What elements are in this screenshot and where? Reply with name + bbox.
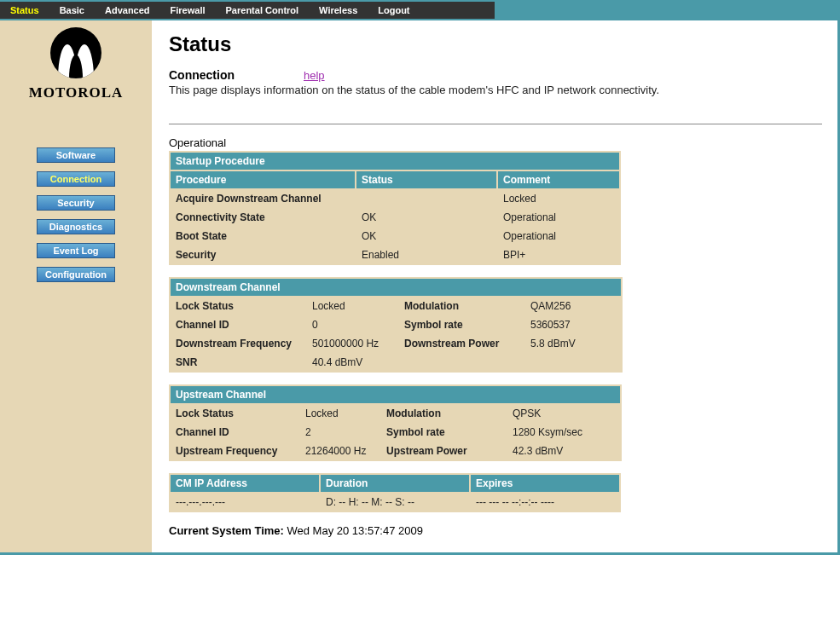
table-cell: 501000000 Hz xyxy=(307,335,397,352)
table-cell: OK xyxy=(356,228,496,245)
page-description: This page displays information on the st… xyxy=(169,84,822,96)
table-cell: Channel ID xyxy=(171,316,305,333)
table-cell: Symbol rate xyxy=(399,316,524,333)
side-nav-configuration[interactable]: Configuration xyxy=(37,267,115,282)
side-nav-software[interactable]: Software xyxy=(37,147,115,163)
table-cell: Lock Status xyxy=(171,298,305,315)
content: Status Connection help This page display… xyxy=(152,20,837,552)
table-row: SecurityEnabledBPI+ xyxy=(171,246,619,263)
column-header: Duration xyxy=(321,475,469,492)
table-cell: Locked xyxy=(307,298,397,315)
table-cell: 5360537 xyxy=(525,316,621,333)
table-row: Acquire Downstream ChannelLocked xyxy=(171,190,619,207)
table-cell: Operational xyxy=(498,209,619,226)
table-title: Upstream Channel xyxy=(171,386,620,403)
column-header: Procedure xyxy=(171,171,355,188)
table-title: Downstream Channel xyxy=(171,279,621,296)
table-cell xyxy=(525,354,621,371)
brand-name: MOTOROLA xyxy=(0,84,152,101)
table-cell: Enabled xyxy=(356,246,496,263)
table-cell: 0 xyxy=(307,316,397,333)
table-cell: 2 xyxy=(300,424,379,441)
table-row: Downstream Frequency501000000 HzDownstre… xyxy=(171,335,621,352)
top-nav: StatusBasicAdvancedFirewallParental Cont… xyxy=(0,2,495,19)
system-time-value: Wed May 20 13:57:47 2009 xyxy=(287,524,423,537)
table-cell: SNR xyxy=(171,354,305,371)
table-cell: Locked xyxy=(300,405,379,422)
table-cell: Symbol rate xyxy=(381,424,506,441)
table-cell: 42.3 dBmV xyxy=(507,442,620,459)
table-cell: Channel ID xyxy=(171,424,298,441)
table-cell: Locked xyxy=(498,190,619,207)
motorola-logo-icon xyxy=(50,27,101,78)
table-row: Connectivity StateOKOperational xyxy=(171,209,619,226)
system-time-label: Current System Time: xyxy=(169,524,284,537)
side-nav-diagnostics[interactable]: Diagnostics xyxy=(37,219,115,234)
section-name: Connection xyxy=(169,68,304,82)
top-nav-basic[interactable]: Basic xyxy=(49,3,95,17)
table-cell: 5.8 dBmV xyxy=(525,335,621,352)
top-nav-parental-control[interactable]: Parental Control xyxy=(216,3,310,17)
side-nav-event-log[interactable]: Event Log xyxy=(37,243,115,258)
table-cmip: CM IP AddressDurationExpires---.---.---.… xyxy=(169,473,621,512)
table-cell: Upstream Power xyxy=(381,442,506,459)
table-cell: QPSK xyxy=(507,405,620,422)
table-cell: Modulation xyxy=(381,405,506,422)
table-row: Boot StateOKOperational xyxy=(171,228,619,245)
brand-logo: MOTOROLA xyxy=(0,27,152,101)
table-row: Channel ID0Symbol rate5360537 xyxy=(171,316,621,333)
table-title: Startup Procedure xyxy=(171,153,619,170)
table-row: Upstream Frequency21264000 HzUpstream Po… xyxy=(171,442,620,459)
table-cell: Modulation xyxy=(399,298,524,315)
table-upstream: Upstream ChannelLock StatusLockedModulat… xyxy=(169,384,622,461)
help-link[interactable]: help xyxy=(304,69,325,82)
top-nav-status[interactable]: Status xyxy=(0,3,49,17)
table-cell: Operational xyxy=(498,228,619,245)
system-time: Current System Time: Wed May 20 13:57:47… xyxy=(169,524,822,537)
page-title: Status xyxy=(169,32,822,56)
side-nav-connection[interactable]: Connection xyxy=(37,171,115,187)
side-nav: SoftwareConnectionSecurityDiagnosticsEve… xyxy=(0,147,152,291)
top-nav-firewall[interactable]: Firewall xyxy=(160,3,216,17)
table-cell: 1280 Ksym/sec xyxy=(507,424,620,441)
table-cell: BPI+ xyxy=(498,246,619,263)
table-row: Lock StatusLockedModulationQAM256 xyxy=(171,298,621,315)
table-cell: 21264000 Hz xyxy=(300,442,379,459)
table-cell: D: -- H: -- M: -- S: -- xyxy=(321,494,469,511)
table-cell xyxy=(399,354,524,371)
table-cell: OK xyxy=(356,209,496,226)
table-cell: Acquire Downstream Channel xyxy=(171,190,355,207)
table-cell: --- --- -- --:--:-- ---- xyxy=(471,494,619,511)
table-row: SNR40.4 dBmV xyxy=(171,354,621,371)
top-nav-wireless[interactable]: Wireless xyxy=(309,3,368,17)
table-cell: Downstream Power xyxy=(399,335,524,352)
operational-state: Operational xyxy=(169,136,822,149)
table-downstream: Downstream ChannelLock StatusLockedModul… xyxy=(169,277,623,373)
table-cell: Lock Status xyxy=(171,405,298,422)
table-row: Lock StatusLockedModulationQPSK xyxy=(171,405,620,422)
column-header: CM IP Address xyxy=(171,475,319,492)
top-nav-logout[interactable]: Logout xyxy=(368,3,420,17)
side-nav-security[interactable]: Security xyxy=(37,195,115,211)
table-cell: Boot State xyxy=(171,228,355,245)
table-cell xyxy=(356,190,496,207)
table-cell: ---.---.---.--- xyxy=(171,494,319,511)
table-cell: QAM256 xyxy=(525,298,621,315)
column-header: Status xyxy=(356,171,496,188)
table-row: ---.---.---.---D: -- H: -- M: -- S: ----… xyxy=(171,494,619,511)
divider xyxy=(169,124,822,124)
top-nav-advanced[interactable]: Advanced xyxy=(95,3,160,17)
table-startup: Startup ProcedureProcedureStatusCommentA… xyxy=(169,151,621,265)
column-header: Comment xyxy=(498,171,619,188)
table-cell: Security xyxy=(171,246,355,263)
sidebar: MOTOROLA SoftwareConnectionSecurityDiagn… xyxy=(0,20,152,552)
table-cell: Downstream Frequency xyxy=(171,335,305,352)
column-header: Expires xyxy=(471,475,619,492)
table-cell: Connectivity State xyxy=(171,209,355,226)
table-cell: Upstream Frequency xyxy=(171,442,298,459)
table-row: Channel ID2Symbol rate1280 Ksym/sec xyxy=(171,424,620,441)
table-cell: 40.4 dBmV xyxy=(307,354,397,371)
